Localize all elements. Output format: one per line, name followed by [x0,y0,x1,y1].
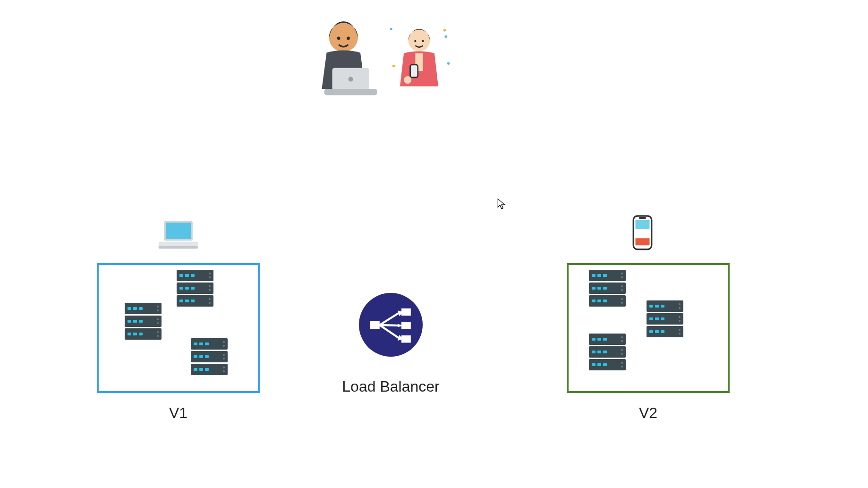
svg-point-2 [347,37,350,40]
diagram-canvas: V1 V2 Load Balancer [0,0,868,488]
server-icon [125,303,162,340]
server-icon [589,270,626,307]
svg-point-7 [445,35,447,38]
svg-point-12 [414,40,416,42]
server-icon [191,338,228,375]
svg-rect-4 [324,89,377,95]
svg-point-6 [390,28,392,30]
cluster-v1: V1 [97,263,260,393]
svg-point-8 [447,62,450,65]
svg-rect-17 [166,223,191,239]
user-with-laptop-icon [307,17,390,97]
server-icon [177,270,213,307]
user-with-phone-icon [387,24,451,97]
svg-rect-19 [159,246,198,249]
server-icon [589,334,626,370]
cluster-v2: V2 [567,263,730,393]
load-balancer-icon [359,293,423,357]
cluster-v1-label: V1 [99,404,258,422]
svg-point-9 [443,29,446,31]
svg-point-11 [408,30,430,51]
cluster-v2-label: V2 [569,404,728,422]
phone-icon [632,215,653,250]
svg-rect-21 [636,220,650,229]
end-users-group [307,17,453,97]
svg-point-5 [349,77,353,82]
svg-point-10 [392,65,395,67]
server-icon [647,300,683,337]
load-balancer-label: Load Balancer [312,378,470,395]
laptop-icon [156,217,201,255]
svg-rect-24 [370,321,380,329]
svg-rect-14 [410,65,418,77]
svg-rect-23 [639,217,646,219]
mouse-cursor-icon [497,198,506,210]
svg-point-15 [404,76,411,84]
svg-point-13 [422,40,424,42]
svg-point-1 [337,37,340,40]
svg-rect-22 [636,238,650,245]
